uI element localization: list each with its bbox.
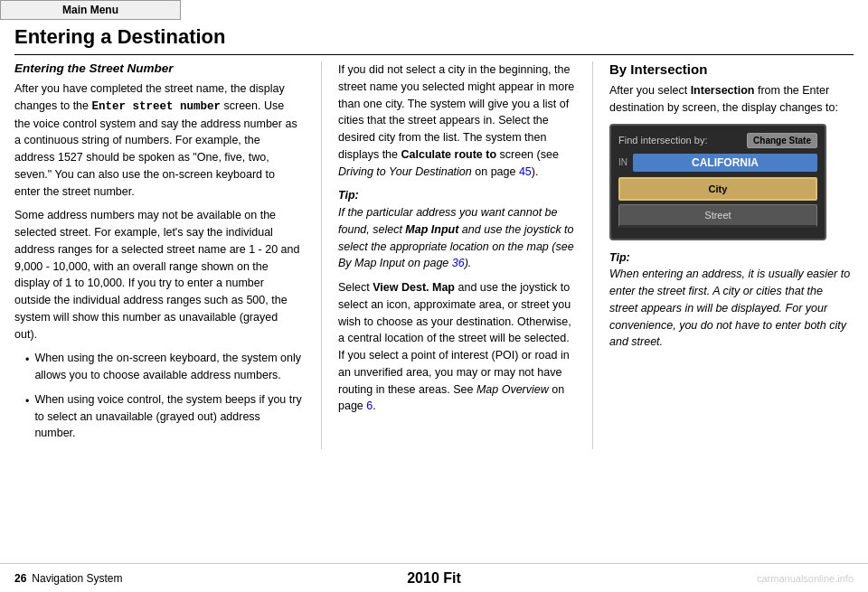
intersection-bold: Intersection <box>691 84 755 97</box>
street-button[interactable]: Street <box>618 204 817 228</box>
bullet-dot-2: • <box>25 393 29 442</box>
main-content: Entering the Street Number After you hav… <box>14 61 854 449</box>
tip-body-1: If the particular address you want canno… <box>338 206 574 269</box>
watermark-text: carmanualsonline.info <box>757 573 854 584</box>
col1-section-title: Entering the Street Number <box>14 61 303 75</box>
main-menu-button[interactable]: Main Menu <box>0 0 181 20</box>
footer-left: 26 Navigation System <box>14 572 122 585</box>
col2-intro: If you did not select a city in the begi… <box>338 61 576 180</box>
change-state-button[interactable]: Change State <box>747 133 817 148</box>
nav-in-row: IN CALIFORNIA <box>618 154 817 172</box>
col3-intro: After you select Intersection from the E… <box>609 82 854 117</box>
in-label: IN <box>618 157 627 167</box>
col2-tip: Tip: If the particular address you want … <box>338 187 576 272</box>
column-2: If you did not select a city in the begi… <box>322 61 593 449</box>
col3-tip-body: When entering an address, it is usually … <box>609 268 850 348</box>
col3-tip: Tip: When entering an address, it is usu… <box>609 249 854 352</box>
state-value: CALIFORNIA <box>633 154 817 172</box>
col2-para2: Select View Dest. Map and use the joysti… <box>338 279 576 415</box>
driving-link: Driving to Your Destination <box>338 165 472 178</box>
bullet-list: • When using the on-screen keyboard, the… <box>25 350 303 442</box>
nav-display-widget: Find intersection by: Change State IN CA… <box>609 124 826 240</box>
main-menu-label: Main Menu <box>62 4 118 16</box>
col3-heading-text: By Intersection <box>609 61 707 77</box>
footer: 26 Navigation System 2010 Fit carmanuals… <box>0 563 868 592</box>
heading-divider <box>14 54 854 55</box>
page-36-link[interactable]: 36 <box>452 257 465 269</box>
page-45-link[interactable]: 45 <box>519 165 532 178</box>
view-dest-map-bold: View Dest. Map <box>373 281 455 294</box>
page-title: Entering a Destination <box>14 25 225 49</box>
calculate-route-text: Calculate route to <box>401 148 496 161</box>
find-intersection-label: Find intersection by: <box>618 135 707 146</box>
col1-para1: After you have completed the street name… <box>14 80 303 200</box>
bullet-item-1: • When using the on-screen keyboard, the… <box>25 350 303 384</box>
bullet-text-2: When using voice control, the system bee… <box>34 391 303 442</box>
bullet-item-2: • When using voice control, the system b… <box>25 391 303 442</box>
footer-center-text: 2010 Fit <box>407 570 461 587</box>
footer-watermark: carmanualsonline.info <box>736 571 854 585</box>
nav-display-header: Find intersection by: Change State <box>618 133 817 148</box>
bullet-dot-1: • <box>25 352 29 384</box>
footer-nav-label: Navigation System <box>32 572 122 585</box>
column-3: By Intersection After you select Interse… <box>593 61 854 449</box>
column-1: Entering the Street Number After you hav… <box>14 61 322 449</box>
bullet-text-1: When using the on-screen keyboard, the s… <box>34 350 303 384</box>
col1-para2: Some address numbers may not be availabl… <box>14 207 303 343</box>
footer-page-number: 26 <box>14 572 26 585</box>
tip-label-1: Tip: <box>338 189 359 202</box>
col3-heading: By Intersection <box>609 61 854 77</box>
page-6-link[interactable]: 6 <box>366 399 373 412</box>
map-input-bold: Map Input <box>405 223 458 236</box>
map-overview-italic: Map Overview <box>476 383 549 396</box>
city-button[interactable]: City <box>618 177 817 201</box>
enter-street-number-code: Enter street number <box>91 100 221 113</box>
col3-tip-label: Tip: <box>609 251 630 264</box>
